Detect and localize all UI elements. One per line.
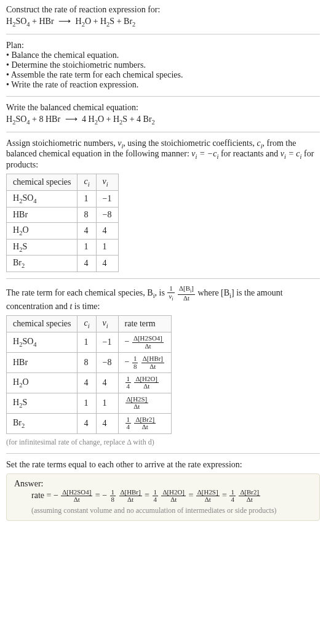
fraction: 1νi	[167, 285, 174, 302]
chem: Br	[13, 418, 22, 427]
sub: 2	[132, 21, 135, 28]
chem: Br	[124, 17, 132, 26]
n: Δ[B	[179, 284, 190, 292]
sub: i	[88, 323, 90, 329]
chem: S	[22, 398, 27, 407]
num: 1	[125, 416, 131, 423]
num: Δ[Br2]	[239, 489, 260, 496]
chem: H	[13, 398, 19, 407]
cell: H2SO4	[7, 332, 78, 353]
plus: +	[32, 115, 39, 124]
num: Δ[H2O]	[134, 376, 158, 382]
sub: 4	[26, 21, 30, 28]
plus: +	[117, 17, 124, 26]
table-header-row: chemical species ci νi rate term	[7, 316, 172, 332]
sub: 4	[26, 119, 30, 126]
den: Δt	[125, 403, 149, 410]
num: Δ[HBr]	[141, 355, 164, 362]
coeff: 8	[39, 115, 46, 124]
sub: 2	[22, 422, 25, 429]
cell: 1	[78, 332, 96, 353]
cell: 4	[78, 413, 96, 433]
chem: H	[13, 377, 19, 387]
cell: Br2	[7, 256, 78, 272]
rate-intro: The rate term for each chemical species,…	[6, 285, 320, 312]
table-row: H2S 1 1 Δ[H2S]Δt	[7, 393, 172, 413]
fraction: Δ[HBr]Δt	[119, 489, 142, 504]
plan-item: • Write the rate of reaction expression.	[6, 80, 320, 90]
plus: +	[130, 115, 137, 124]
chem: H	[113, 115, 119, 124]
divider	[6, 34, 320, 34]
chem: H	[13, 337, 19, 346]
fraction: Δ[HBr]Δt	[141, 355, 164, 370]
chem: S	[109, 17, 114, 26]
table-row: H2O44	[7, 222, 119, 239]
cell: 4	[78, 256, 96, 272]
sub: 2	[152, 119, 155, 126]
cell: H2SO4	[7, 190, 78, 207]
col-species: chemical species	[7, 174, 78, 191]
chem: H	[13, 242, 19, 251]
cell: 14 Δ[H2O]Δt	[118, 373, 171, 393]
cell: − Δ[H2SO4]Δt	[118, 332, 171, 353]
fraction: 14	[125, 416, 131, 431]
plan-item: • Balance the chemical equation.	[6, 50, 320, 60]
cell: −1	[96, 332, 118, 353]
fraction: Δ[Br2]Δt	[134, 416, 156, 431]
fraction: Δ[H2O]Δt	[134, 376, 158, 390]
eq: =	[188, 491, 195, 500]
table-header-row: chemical species ci νi	[7, 174, 119, 191]
cell: 8	[78, 207, 96, 222]
fraction: Δ[H2S]Δt	[125, 396, 149, 411]
num: Δ[Br2]	[134, 416, 156, 423]
answer-expression: rate = − Δ[H2SO4]Δt = − 18 Δ[HBr]Δt = 14…	[31, 489, 312, 504]
fraction: Δ[Bi]Δt	[178, 285, 195, 302]
sub: i	[172, 296, 173, 302]
cell: 4	[78, 373, 96, 393]
text: , is	[155, 288, 167, 297]
chem: H	[89, 115, 95, 124]
fraction: 18	[132, 355, 138, 370]
rate-label: rate = −	[31, 491, 60, 500]
col-ci: ci	[78, 174, 96, 191]
chem: H	[100, 17, 106, 26]
num: 1	[153, 489, 158, 496]
col-ci: ci	[78, 316, 96, 332]
table-row: H2S11	[7, 239, 119, 256]
cell: 1	[78, 190, 96, 207]
cell: 14 Δ[Br2]Δt	[118, 413, 171, 433]
eq: = −c	[197, 149, 217, 158]
num: 1	[229, 489, 235, 496]
sub: i	[88, 181, 90, 188]
den: 8	[110, 496, 116, 503]
num: 1	[167, 285, 174, 292]
cell: 1	[96, 393, 118, 413]
den: Δt	[141, 363, 164, 370]
fraction: 18	[110, 489, 116, 504]
den: Δt	[119, 496, 142, 503]
chem: HBr	[39, 17, 54, 26]
chem: S	[122, 115, 127, 124]
num: Δ[H2SO4]	[132, 335, 164, 342]
cell: H2S	[7, 393, 78, 413]
cell: −1	[96, 190, 118, 207]
plus: +	[93, 17, 100, 26]
cell: 4	[96, 373, 118, 393]
num: 1	[132, 355, 138, 362]
text: The rate term for each chemical species,…	[6, 288, 153, 297]
cell: Δ[H2S]Δt	[118, 393, 171, 413]
n: ]	[191, 284, 194, 292]
cell: − 18 Δ[HBr]Δt	[118, 353, 171, 373]
chem: HBr	[46, 115, 60, 124]
cell: 8	[78, 353, 96, 373]
divider	[6, 96, 320, 97]
den: 4	[153, 496, 158, 503]
chem: SO	[15, 115, 26, 124]
col-species: chemical species	[7, 316, 78, 332]
table-row: H2SO41−1	[7, 190, 119, 207]
den: 4	[125, 423, 131, 430]
den: Δt	[239, 496, 260, 503]
chem: O	[98, 115, 104, 124]
cell: 4	[96, 222, 118, 239]
